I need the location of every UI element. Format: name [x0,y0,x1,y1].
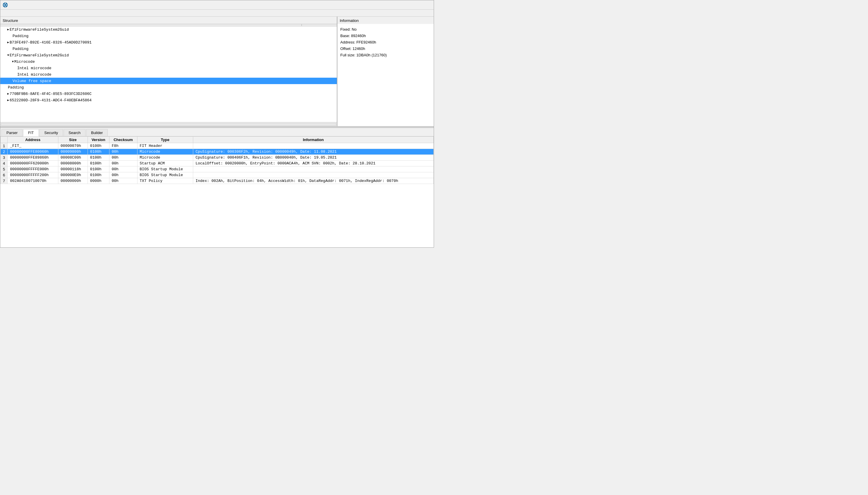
table-row[interactable]: 7002A04100710070h00000000h0000h00hTXT Po… [1,178,434,184]
tree-item-label: Volume free space [13,79,51,83]
table-row[interactable]: 400000000FF620000h00008000h0100h00hStart… [1,160,434,167]
row-type: Microcode [137,155,193,160]
tab-builder[interactable]: Builder [86,129,108,136]
tree-item-label: EfiFirmwareFileSystem2Guid [10,28,69,32]
table-row[interactable]: 600000000FFFFF200h000000E0h0100h00hBIOS … [1,172,434,178]
table-row[interactable]: 1_FIT_00000070h0100hF8hFIT Header [1,143,434,149]
tree-arrow-icon: ▶ [7,98,9,102]
tree-item[interactable]: ▼Microcode [0,58,337,65]
row-info [193,167,433,172]
app-icon [3,2,8,7]
row-type: BIOS Startup Module [137,167,193,172]
close-button[interactable] [424,2,431,8]
table-row[interactable]: 200000000FFE80060h00009800h0100h00hMicro… [1,149,434,155]
tree-item-label: Intel microcode [17,72,51,77]
tabs-bar: ParserFITSecuritySearchBuilder [0,128,434,136]
menu-file[interactable] [1,13,6,14]
maximize-button[interactable] [415,2,423,8]
tab-parser[interactable]: Parser [1,129,22,136]
row-number: 6 [1,172,7,178]
info-line: Offset: 12460h [340,46,431,52]
row-checksum: 00h [109,178,137,184]
row-number: 5 [1,167,7,172]
info-label: Information [340,18,359,23]
row-size: 00009800h [58,149,88,155]
title-bar [0,0,434,10]
fit-table-header-row: Address Size Version Checksum Type Infor… [1,137,434,143]
tree-item-label: EfiFirmwareFileSystem2Guid [10,53,69,57]
row-checksum: F8h [109,143,137,149]
th-version: Version [88,137,109,143]
info-section: Information Fixed: NoBase: 892460hAddres… [337,17,434,126]
window-controls [407,2,431,8]
tree-item[interactable]: ▼EfiFirmwareFileSystem2Guid [0,52,337,58]
row-address: 002A04100710070h [7,178,58,184]
th-checksum: Checksum [109,137,137,143]
row-checksum: 00h [109,160,137,167]
fit-content[interactable]: Address Size Version Checksum Type Infor… [0,136,434,248]
tree-item[interactable]: Padding [0,46,337,52]
th-type: Type [137,137,193,143]
tree-item-label: Padding [13,34,29,38]
tree-item-label: Padding [13,47,29,51]
info-body: Fixed: NoBase: 892460hAddress: FFE92460h… [337,24,434,126]
scrollbar-track [1,123,336,126]
col-action-header [302,24,337,26]
row-size: 00000118h [58,167,88,172]
row-type: BIOS Startup Module [137,172,193,178]
row-number: 1 [1,143,7,149]
tree-item[interactable]: Padding [0,84,337,90]
row-version: 0100h [88,149,109,155]
menu-help[interactable] [16,13,20,14]
tree-item[interactable]: Volume free space [0,78,337,84]
row-address: 00000000FF620000h [7,160,58,167]
tree-item[interactable]: ▶B73FE497-B92E-416E-8326-45AD0D270091 [0,39,337,46]
structure-tree[interactable]: ▶EfiFirmwareFileSystem2GuidPadding▶B73FE… [0,26,337,122]
table-row[interactable]: 300000000FFE89860h00008C00h0100h00hMicro… [1,155,434,160]
tree-item-label: Microcode [14,59,35,64]
row-version: 0100h [88,167,109,172]
tree-arrow-icon: ▼ [12,60,14,63]
th-num [1,137,7,143]
tree-item[interactable]: Padding [0,33,337,39]
minimize-button[interactable] [407,2,415,8]
tree-item-label: 6522280D-28F9-4131-ADC4-F40EBFA45864 [10,98,92,103]
tree-arrow-icon: ▶ [7,28,9,31]
tree-item[interactable]: ▶770BF9B6-8AFE-4F4C-85E5-893FC3D2606C [0,90,337,97]
row-info [193,143,433,149]
row-version: 0100h [88,160,109,167]
tree-item[interactable]: Intel microcode [0,71,337,78]
row-size: 00008C00h [58,155,88,160]
row-checksum: 00h [109,149,137,155]
tree-item[interactable]: ▶6522280D-28F9-4131-ADC4-F40EBFA45864 [0,97,337,103]
row-address: 00000000FFFFF200h [7,172,58,178]
menu-view[interactable] [11,13,16,14]
row-address: 00000000FFE89860h [7,155,58,160]
tree-item-label: B73FE497-B92E-416E-8326-45AD0D270091 [10,40,92,45]
structure-label: Structure [3,18,18,23]
title-bar-left [3,2,10,7]
row-number: 7 [1,178,7,184]
tree-arrow-icon: ▼ [7,54,9,57]
row-version: 0100h [88,155,109,160]
row-address: _FIT_ [7,143,58,149]
structure-h-scrollbar[interactable] [0,122,337,126]
info-header: Information [337,17,434,24]
tab-security[interactable]: Security [39,129,63,136]
menu-bar [0,10,434,17]
info-line: Base: 892460h [340,33,431,39]
th-size: Size [58,137,88,143]
info-line: Fixed: No [340,26,431,33]
row-size: 000000E0h [58,172,88,178]
row-type: FIT Header [137,143,193,149]
menu-action[interactable] [6,13,11,14]
tree-item[interactable]: ▶EfiFirmwareFileSystem2Guid [0,26,337,33]
table-row[interactable]: 500000000FFFFE000h00000118h0100h00hBIOS … [1,167,434,172]
row-info: LocalOffset: 00020000h, EntryPoint: 0000… [193,160,433,167]
tab-search[interactable]: Search [64,129,86,136]
info-line: Full size: 1DBA0h (121760) [340,52,431,58]
tree-item[interactable]: Intel microcode [0,65,337,71]
row-version: 0000h [88,178,109,184]
row-type: Startup ACM [137,160,193,167]
tab-fit[interactable]: FIT [23,129,39,136]
